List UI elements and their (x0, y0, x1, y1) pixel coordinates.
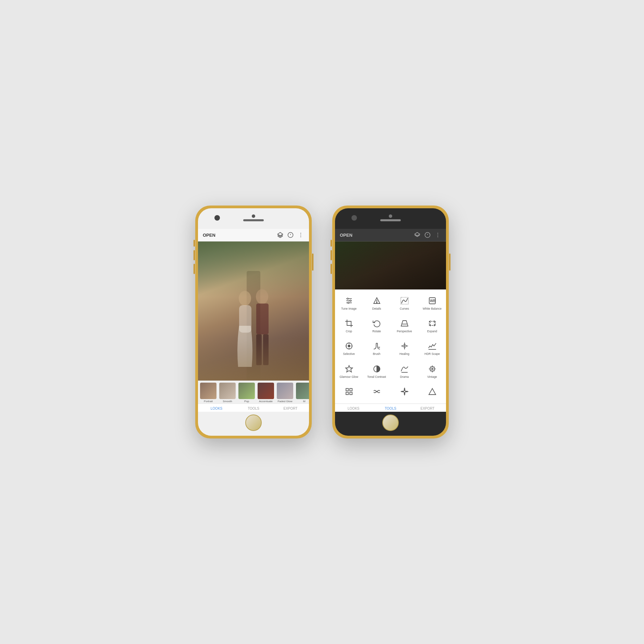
more-icon[interactable] (297, 232, 304, 238)
right-nav-looks[interactable]: LOOKS (335, 407, 372, 410)
svg-rect-47 (346, 388, 348, 391)
svg-point-24 (347, 298, 348, 299)
info-icon[interactable] (287, 232, 294, 238)
tool-healing[interactable]: Healing (391, 337, 418, 359)
layers-icon[interactable] (277, 232, 284, 238)
glamour-glow-icon (344, 364, 354, 374)
left-screen-content: OPEN (198, 229, 309, 412)
right-header-icons (414, 232, 441, 238)
tune-image-label: Tune Image (341, 307, 357, 310)
filter-m[interactable]: M (295, 383, 309, 403)
filter-strip: Portrait Smooth Pop Accentuate (198, 381, 309, 404)
svg-point-18 (437, 233, 438, 234)
filter-fadedglow-label: Faded Glow (277, 400, 292, 403)
tool-hdr-scape[interactable]: HDR Scape (418, 337, 446, 359)
tool-grid[interactable] (335, 382, 363, 401)
power-button (312, 253, 313, 271)
open-button[interactable]: OPEN (203, 233, 277, 238)
svg-point-6 (300, 236, 301, 237)
tool-triangle[interactable] (418, 382, 446, 401)
grid-icon (344, 387, 354, 396)
curves-icon (400, 296, 409, 306)
tool-selective[interactable]: Selective (335, 337, 363, 359)
svg-rect-48 (350, 388, 352, 391)
tool-white-balance[interactable]: WB White Balance (418, 292, 446, 314)
tool-rotate[interactable]: Rotate (363, 314, 391, 337)
vintage-label: Vintage (427, 375, 437, 379)
tool-tune-image[interactable]: Tune Image (335, 292, 363, 314)
nav-tools[interactable]: TOOLS (235, 407, 272, 410)
right-more-icon[interactable] (434, 232, 441, 238)
tool-vintage[interactable]: Vintage (418, 360, 446, 382)
filter-m-thumb (296, 383, 309, 399)
details-label: Details (372, 307, 381, 310)
tool-glamour-glow[interactable]: Glamour Glow (335, 360, 363, 382)
drama-label: Drama (400, 375, 409, 379)
white-balance-label: White Balance (423, 307, 442, 310)
filter-accentuate[interactable]: Accentuate (257, 383, 275, 403)
expand-icon (428, 319, 437, 328)
front-camera-right (351, 215, 357, 221)
front-camera-left (214, 215, 220, 221)
filter-accentuate-label: Accentuate (259, 400, 273, 403)
right-nav-tools[interactable]: TOOLS (372, 407, 409, 410)
tool-mustache[interactable] (363, 382, 391, 401)
svg-rect-11 (256, 304, 269, 334)
right-open-button[interactable]: OPEN (340, 233, 414, 238)
svg-point-19 (437, 235, 438, 235)
svg-rect-49 (346, 392, 348, 395)
triangle-icon (428, 387, 437, 396)
right-bottom-nav: LOOKS TOOLS EXPORT (335, 404, 446, 412)
svg-point-26 (348, 302, 349, 304)
tool-expand[interactable]: Expand (418, 314, 446, 337)
brush-label: Brush (373, 352, 380, 356)
tool-perspective[interactable]: Perspective (391, 314, 418, 337)
home-button-right[interactable] (382, 414, 399, 431)
hdr-scape-label: HDR Scape (424, 352, 440, 356)
tool-tonal-contrast[interactable]: Tonal Contrast (363, 360, 391, 382)
crop-label: Crop (346, 330, 352, 333)
home-button-left[interactable] (245, 414, 262, 431)
selective-label: Selective (343, 352, 355, 356)
speaker (243, 219, 264, 221)
tool-brush[interactable]: Brush (363, 337, 391, 359)
nav-export[interactable]: EXPORT (272, 407, 309, 410)
tool-drama[interactable]: Drama (391, 360, 418, 382)
details-icon (372, 296, 382, 306)
front-camera (252, 214, 255, 218)
perspective-label: Perspective (397, 330, 412, 333)
right-app-header: OPEN (335, 229, 446, 242)
svg-marker-52 (429, 388, 436, 395)
tonal-contrast-icon (372, 364, 382, 374)
nav-looks[interactable]: LOOKS (198, 407, 235, 410)
tool-curves[interactable]: Curves (391, 292, 418, 314)
rotate-label: Rotate (372, 330, 381, 333)
tool-crop[interactable]: Crop (335, 314, 363, 337)
filter-portrait-thumb (200, 383, 216, 399)
right-photo-dark (335, 242, 446, 289)
right-front-camera (389, 214, 392, 218)
filter-portrait-label: Portrait (204, 400, 213, 403)
right-phone: OPEN (332, 206, 449, 438)
left-phone-screen: OPEN (198, 208, 309, 436)
filter-portrait[interactable]: Portrait (199, 383, 217, 403)
filter-pop-thumb (238, 383, 255, 399)
right-info-icon[interactable] (424, 232, 431, 238)
brush-icon (372, 341, 382, 351)
filter-faded-glow[interactable]: Faded Glow (276, 383, 294, 403)
tool-details[interactable]: Details (363, 292, 391, 314)
vintage-icon (428, 364, 437, 374)
healing-icon (400, 341, 409, 351)
crop-icon (344, 319, 354, 328)
drama-icon (400, 364, 409, 374)
left-phone: OPEN (195, 206, 312, 438)
flower-icon (400, 387, 409, 396)
svg-point-35 (348, 345, 350, 347)
mute-button-right (331, 240, 332, 247)
right-nav-export[interactable]: EXPORT (409, 407, 446, 410)
right-layers-icon[interactable] (414, 232, 421, 238)
filter-pop[interactable]: Pop (238, 383, 256, 403)
scene: OPEN (175, 185, 469, 459)
tool-flower[interactable] (391, 382, 418, 401)
filter-smooth[interactable]: Smooth (219, 383, 236, 403)
